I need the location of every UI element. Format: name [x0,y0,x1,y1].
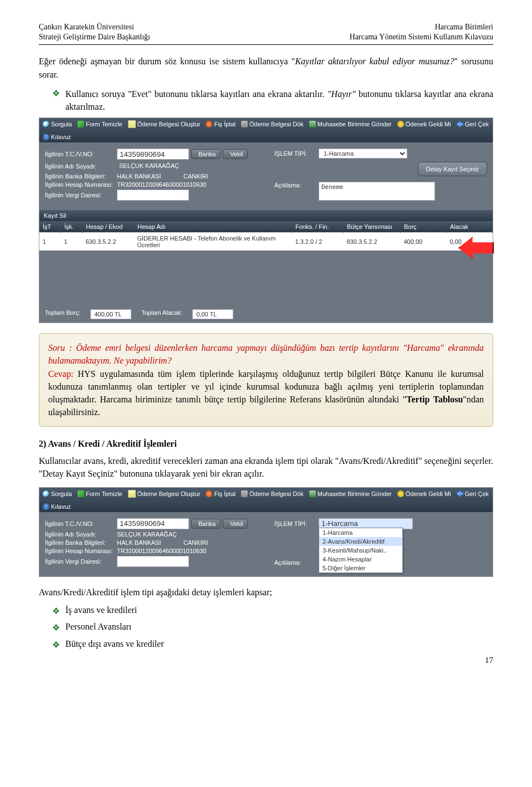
diamond-icon: ❖ [52,88,60,100]
tc-input[interactable] [117,149,189,160]
dropdown-option-3[interactable]: 3-Kesinti/Mahsup/Naki.. [319,546,402,555]
sorgula-button[interactable]: Sorgula [43,120,72,128]
hesap-label: İlgilinin Hesap Numarası: [45,548,117,554]
odeme-olustur-button[interactable]: Ödeme Belgesi Oluştur [128,120,201,128]
header-rule [39,44,493,45]
send-icon [309,490,316,497]
page-number: 17 [39,656,493,665]
ad-value: SELÇUK KARAAĞAÇ [117,161,232,171]
aciklama-input[interactable]: Deneme [319,182,435,201]
kilavuz-button[interactable]: ?Kılavuz [43,134,71,140]
detay-kayit-button[interactable]: Detay Kayıt Seçiniz [418,162,487,176]
app-screenshot-1: Sorgula Form Temizle Ödeme Belgesi Oluşt… [39,117,493,323]
app-toolbar: Sorgula Form Temizle Ödeme Belgesi Oluşt… [39,118,493,142]
odeme-dok-button[interactable]: Ödeme Belgesi Dök [241,120,304,128]
fis-iptal-button[interactable]: Fiş İptal [206,120,236,128]
help-icon: ? [43,503,49,510]
geri-cek-button[interactable]: Geri Çek [457,490,489,498]
col-ist: İşT [39,221,61,233]
records-table: İşT İşk. Hesap / Ekod Hesap Adı Fonks. /… [39,221,493,251]
form-temizle-button[interactable]: Form Temizle [78,120,122,128]
diamond-icon: ❖ [52,639,60,651]
islem-tipi-dropdown[interactable]: 1-Harcama 2-Avans/Kredi/Akreditif 3-Kesi… [319,528,403,573]
kayit-sil-bar[interactable]: Kayıt Sil [39,210,493,221]
toplam-borc-label: Toplam Borç: [45,309,80,319]
banka-value: HALK BANKASI [117,173,183,180]
sube-value: CANKIRI [183,539,208,546]
banka-button[interactable]: Banka [191,519,221,529]
vergi-input[interactable] [117,190,189,201]
cevap-body-b: Tertip Tablosu [406,395,463,404]
odenek-geldi-button[interactable]: Ödenek Geldi Mi [397,120,451,128]
sube-value: CANKIRI [183,173,208,180]
app-toolbar-2: Sorgula Form Temizle Ödeme Belgesi Oluşt… [39,488,493,512]
col-alacak: Alacak [447,221,493,233]
app-screenshot-2: Sorgula Form Temizle Ödeme Belgesi Oluşt… [39,487,493,577]
paragraph-3: Avans/Kredi/Akreditif işlem tipi aşağıda… [39,586,493,599]
header-right-1: Harcama Birimleri [435,22,493,32]
list-item-2: ❖Personel Avansları [52,622,493,634]
ad-value: SELÇUK KARAAĞAÇ [117,531,177,538]
hesap-label: İlgilinin Hesap Numarası: [45,181,117,188]
qa-callout: Soru : Ödeme emri belgesi düzenlerken ha… [39,333,493,427]
islem-tipi-select[interactable]: 1-Harcama [319,149,407,159]
toplam-borc-value: 400,00 TL [90,309,131,319]
aciklama-label: Açıklama: [274,182,319,188]
arrow-left-icon [458,237,494,259]
form-temizle-button[interactable]: Form Temizle [78,490,122,498]
geri-cek-button[interactable]: Geri Çek [457,120,489,128]
muhasebe-gonder-button[interactable]: Muhasebe Birimine Gönder [309,120,392,128]
vergi-label: İlgilinin Vergi Dairesi: [45,558,117,565]
print-icon [241,121,248,127]
table-row[interactable]: 1 1 630.3.5.2.2 GİDERLER HESABI - Telefo… [39,233,493,251]
header-left-1: Çankırı Karatekin Üniversitesi [39,22,134,32]
ad-label: İlgilinin Adı Soyadı: [45,531,117,538]
toplam-alacak-label: Toplam Alacak: [141,309,182,319]
cevap-lead: Cevap: [48,369,73,379]
diamond-icon: ❖ [52,605,60,617]
money-icon [397,121,404,127]
odenek-geldi-button[interactable]: Ödenek Geldi Mi [397,490,451,498]
vergi-input[interactable] [117,556,189,567]
dropdown-option-1[interactable]: 1-Harcama [319,528,402,537]
vekil-button[interactable]: Vekil [223,149,248,159]
search-icon [43,121,49,127]
red-arrow-annotation [458,237,494,259]
col-isk: İşk. [61,221,83,233]
help-icon: ? [43,134,49,140]
dropdown-option-5[interactable]: 5-Diğer İşlemler [319,564,402,573]
vergi-label: İlgilinin Vergi Dairesi: [45,192,117,198]
bullet-1: ❖ Kullanıcı soruya "Evet" butonunu tıkla… [52,88,493,113]
sorgula-button[interactable]: Sorgula [43,490,72,498]
document-icon [128,490,136,498]
kilavuz-button[interactable]: ?Kılavuz [43,503,71,510]
toplam-alacak-value: 0,00 TL [192,309,233,319]
ad-label: İlgilinin Adı Soyadı: [45,163,117,170]
app-form: İlgilinin T.C./V.NO: Banka Vekil İlgilin… [39,142,493,210]
document-icon [128,120,136,128]
odeme-dok-button[interactable]: Ödeme Belgesi Dök [241,490,304,498]
soru-body: Ödeme emri belgesi düzenlerken harcama y… [48,343,484,365]
muhasebe-gonder-button[interactable]: Muhasebe Birimine Gönder [309,490,392,498]
table-header: İşT İşk. Hesap / Ekod Hesap Adı Fonks. /… [39,221,493,233]
banka-button[interactable]: Banka [191,149,221,159]
tc-input[interactable] [117,518,189,529]
col-butce: Bütçe Yansıması [344,221,401,233]
list-item-1: ❖İş avans ve kredileri [52,605,493,617]
vekil-button[interactable]: Vekil [223,519,248,529]
tc-label: İlgilinin T.C./V.NO: [45,520,117,527]
col-borc: Borç [401,221,447,233]
dropdown-option-4[interactable]: 4-Nazım Hesaplar [319,555,402,564]
odeme-olustur-button[interactable]: Ödeme Belgesi Oluştur [128,490,201,498]
banka-bilgi-label: İlgilinin Banka Bilgileri: [45,539,117,546]
hesap-value: TR320001200964600001010630 [117,181,207,188]
search-icon [43,490,49,497]
app-form-2: İlgilinin T.C./V.NO: Banka Vekil İlgilin… [39,512,493,576]
aciklama-label: Açıklama: [274,559,319,566]
col-hesap-adi: Hesap Adı [134,221,292,233]
dropdown-option-2[interactable]: 2-Avans/Kredi/Akreditif [319,537,402,546]
col-fonks: Fonks. / Fin. [292,221,344,233]
fis-iptal-button[interactable]: Fiş İptal [206,490,236,498]
clear-icon [78,490,84,497]
print-icon [241,490,248,497]
